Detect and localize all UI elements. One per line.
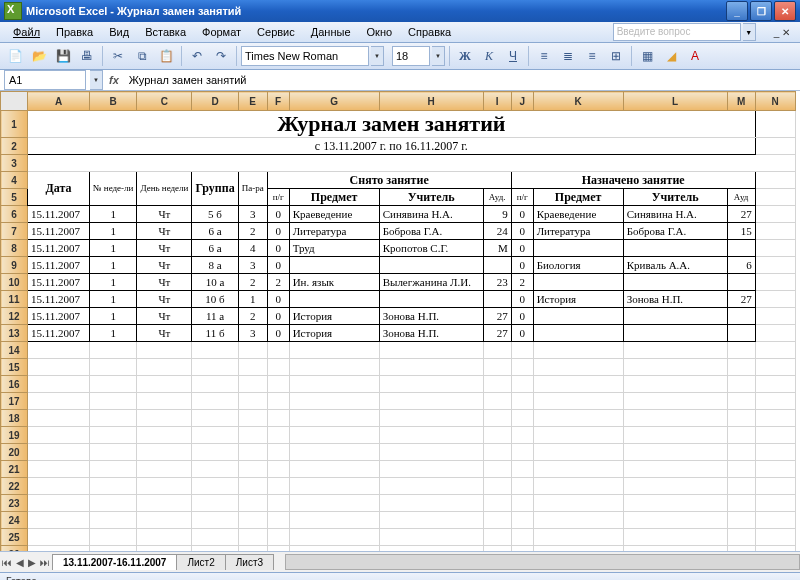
empty-cell[interactable]	[483, 546, 511, 552]
empty-cell[interactable]	[90, 444, 137, 461]
empty-cell[interactable]	[267, 495, 289, 512]
empty-cell[interactable]	[511, 512, 533, 529]
table-cell[interactable]: Зонова Н.П.	[379, 325, 483, 342]
empty-cell[interactable]	[192, 410, 238, 427]
row-header[interactable]: 2	[1, 138, 28, 155]
name-box-dropdown[interactable]: ▼	[90, 70, 103, 90]
question-dropdown[interactable]: ▼	[743, 23, 756, 41]
empty-cell[interactable]	[238, 495, 267, 512]
empty-cell[interactable]	[379, 529, 483, 546]
row-header[interactable]: 8	[1, 240, 28, 257]
empty-cell[interactable]	[137, 444, 192, 461]
table-cell[interactable]: 1	[90, 308, 137, 325]
empty-cell[interactable]	[137, 512, 192, 529]
empty-cell[interactable]	[267, 393, 289, 410]
table-cell[interactable]: 0	[267, 206, 289, 223]
table-cell[interactable]: Зонова Н.П.	[623, 291, 727, 308]
col-header[interactable]: D	[192, 92, 238, 111]
header-week[interactable]: № неде-ли	[90, 172, 137, 206]
table-cell[interactable]	[533, 308, 623, 325]
empty-cell[interactable]	[267, 529, 289, 546]
header-subject[interactable]: Предмет	[289, 189, 379, 206]
table-cell[interactable]: 0	[267, 240, 289, 257]
empty-cell[interactable]	[289, 478, 379, 495]
table-cell[interactable]: История	[289, 325, 379, 342]
table-cell[interactable]: 0	[511, 240, 533, 257]
empty-cell[interactable]	[511, 495, 533, 512]
empty-cell[interactable]	[755, 427, 795, 444]
underline-button[interactable]: Ч	[502, 45, 524, 67]
empty-cell[interactable]	[755, 342, 795, 359]
empty-cell[interactable]	[267, 444, 289, 461]
empty-cell[interactable]	[192, 376, 238, 393]
empty-cell[interactable]	[267, 546, 289, 552]
empty-cell[interactable]	[623, 512, 727, 529]
empty-cell[interactable]	[267, 376, 289, 393]
col-header[interactable]: G	[289, 92, 379, 111]
row-header[interactable]: 15	[1, 359, 28, 376]
table-cell[interactable]: 2	[238, 274, 267, 291]
table-cell[interactable]	[483, 257, 511, 274]
menu-data[interactable]: Данные	[304, 24, 358, 40]
empty-cell[interactable]	[727, 427, 755, 444]
menu-file[interactable]: Файл	[6, 24, 47, 40]
empty-cell[interactable]	[623, 427, 727, 444]
table-cell[interactable]: Кропотов С.Г.	[379, 240, 483, 257]
table-cell[interactable]: Литература	[533, 223, 623, 240]
empty-cell[interactable]	[238, 410, 267, 427]
header-pg[interactable]: п/г	[267, 189, 289, 206]
empty-cell[interactable]	[137, 376, 192, 393]
col-header[interactable]: A	[28, 92, 90, 111]
table-cell[interactable]	[623, 308, 727, 325]
empty-cell[interactable]	[289, 444, 379, 461]
menu-insert[interactable]: Вставка	[138, 24, 193, 40]
empty-cell[interactable]	[727, 342, 755, 359]
empty-cell[interactable]	[28, 444, 90, 461]
table-cell[interactable]: 8 а	[192, 257, 238, 274]
empty-cell[interactable]	[28, 512, 90, 529]
empty-cell[interactable]	[192, 495, 238, 512]
col-header[interactable]: H	[379, 92, 483, 111]
table-cell[interactable]: Боброва Г.А.	[379, 223, 483, 240]
empty-cell[interactable]	[90, 495, 137, 512]
empty-cell[interactable]	[623, 495, 727, 512]
row-header[interactable]: 21	[1, 461, 28, 478]
empty-cell[interactable]	[267, 461, 289, 478]
empty-cell[interactable]	[137, 529, 192, 546]
empty-cell[interactable]	[511, 393, 533, 410]
table-cell[interactable]: Литература	[289, 223, 379, 240]
empty-cell[interactable]	[533, 444, 623, 461]
select-all-corner[interactable]	[1, 92, 28, 111]
empty-cell[interactable]	[289, 342, 379, 359]
table-cell[interactable]: 15.11.2007	[28, 206, 90, 223]
table-cell[interactable]: История	[533, 291, 623, 308]
empty-cell[interactable]	[623, 410, 727, 427]
sheet-tab[interactable]: Лист3	[225, 554, 274, 570]
table-cell[interactable]: 3	[238, 206, 267, 223]
empty-cell[interactable]	[238, 529, 267, 546]
empty-cell[interactable]	[192, 359, 238, 376]
table-cell[interactable]: 11 а	[192, 308, 238, 325]
header-day[interactable]: День недели	[137, 172, 192, 206]
empty-cell[interactable]	[379, 461, 483, 478]
table-cell[interactable]	[623, 325, 727, 342]
empty-cell[interactable]	[755, 393, 795, 410]
font-name-dropdown[interactable]: ▼	[371, 46, 384, 66]
empty-cell[interactable]	[289, 410, 379, 427]
menu-window-sub[interactable]: _ ✕	[770, 27, 794, 38]
row-header[interactable]: 9	[1, 257, 28, 274]
table-cell[interactable]	[727, 274, 755, 291]
header-assigned[interactable]: Назначено занятие	[511, 172, 755, 189]
align-left-icon[interactable]: ≡	[533, 45, 555, 67]
table-cell[interactable]: 15.11.2007	[28, 257, 90, 274]
empty-cell[interactable]	[511, 478, 533, 495]
table-cell[interactable]: Краеведение	[289, 206, 379, 223]
empty-cell[interactable]	[483, 410, 511, 427]
row-header[interactable]: 22	[1, 478, 28, 495]
empty-cell[interactable]	[727, 529, 755, 546]
table-cell[interactable]: 11 б	[192, 325, 238, 342]
empty-cell[interactable]	[289, 529, 379, 546]
table-cell[interactable]: Вылегжанина Л.И.	[379, 274, 483, 291]
col-header[interactable]: J	[511, 92, 533, 111]
empty-cell[interactable]	[511, 529, 533, 546]
